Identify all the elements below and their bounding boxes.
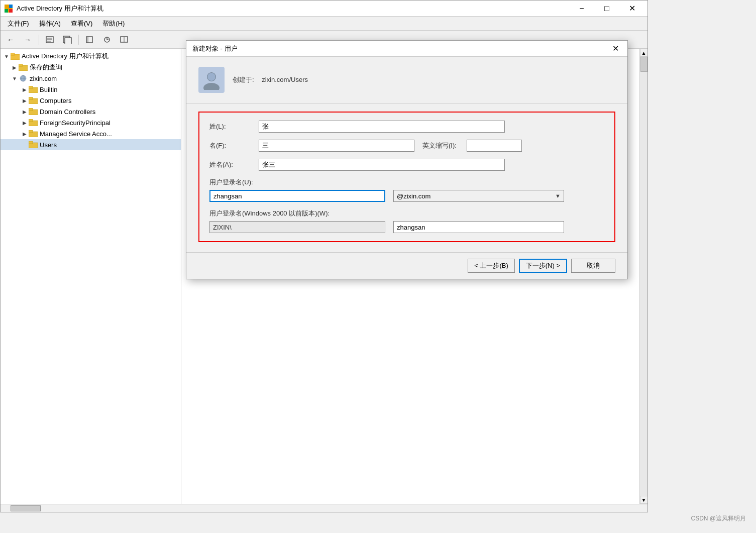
initials-label: 英文缩写(I):: [422, 141, 463, 150]
cancel-button[interactable]: 取消: [571, 259, 615, 273]
tree-item-dc[interactable]: ▶ Domain Controllers: [1, 106, 181, 117]
last-name-input[interactable]: [259, 121, 505, 133]
tree-item-msa[interactable]: ▶ Managed Service Acco...: [1, 128, 181, 139]
scroll-thumb[interactable]: [640, 57, 647, 72]
svg-rect-2: [5, 9, 8, 13]
toolbar-btn-3[interactable]: [82, 33, 98, 47]
close-button[interactable]: ✕: [620, 2, 643, 16]
expand-builtin[interactable]: ▶: [21, 85, 29, 93]
forward-button[interactable]: →: [20, 33, 36, 47]
title-bar-left: Active Directory 用户和计算机: [5, 4, 103, 13]
back-button[interactable]: < 上一步(B): [468, 259, 515, 273]
dialog-close-button[interactable]: ✕: [609, 43, 621, 55]
dc-icon: [29, 108, 38, 116]
minimize-button[interactable]: −: [570, 2, 593, 16]
svg-rect-30: [29, 119, 33, 122]
svg-rect-18: [19, 64, 23, 66]
svg-rect-9: [65, 38, 71, 44]
login-label: 用户登录名(U):: [209, 178, 604, 187]
svg-rect-16: [11, 53, 15, 55]
title-bar: Active Directory 用户和计算机 − □ ✕: [1, 1, 647, 17]
root-label: Active Directory 用户和计算机: [22, 52, 109, 61]
menu-action[interactable]: 操作(A): [34, 17, 66, 30]
msa-label: Managed Service Acco...: [40, 130, 112, 138]
maximize-button[interactable]: □: [595, 2, 618, 16]
new-user-dialog: 新建对象 - 用户 ✕ 创建于: zixin.com/Users: [186, 40, 628, 279]
created-at-row: 创建于: zixin.com/Users: [233, 75, 308, 84]
expand-saved[interactable]: ▶: [11, 63, 19, 71]
toolbar-btn-5[interactable]: [116, 33, 132, 47]
dialog-title: 新建对象 - 用户: [192, 44, 238, 53]
menu-file[interactable]: 文件(F): [3, 17, 34, 30]
last-name-label: 姓(L):: [209, 122, 255, 131]
svg-point-37: [207, 73, 215, 81]
h-scroll-thumb[interactable]: [11, 505, 41, 511]
win2000-suffix-input[interactable]: [393, 221, 564, 233]
toolbar-sep-2: [78, 35, 79, 45]
toolbar-btn-4[interactable]: [99, 33, 115, 47]
scroll-up-arrow[interactable]: ▲: [640, 49, 648, 57]
expand-msa[interactable]: ▶: [21, 130, 29, 138]
dialog-body: 创建于: zixin.com/Users 姓(L): 名(F): 英文缩写(I)…: [186, 57, 627, 252]
dropdown-arrow-icon: ▼: [555, 193, 561, 199]
full-name-row: 姓名(A):: [209, 159, 604, 171]
win2000-prefix-input[interactable]: [209, 221, 385, 233]
first-name-label: 名(F):: [209, 141, 255, 150]
form-area: 姓(L): 名(F): 英文缩写(I): 姓名(A): 用户登录名(U):: [198, 112, 615, 242]
svg-rect-34: [29, 141, 33, 144]
login-section: 用户登录名(U): @zixin.com ▼: [209, 178, 604, 202]
expand-fsp[interactable]: ▶: [21, 119, 29, 127]
svg-rect-1: [9, 5, 13, 8]
tree-item-domain[interactable]: ▼ zixin.com: [1, 73, 181, 84]
svg-rect-28: [29, 108, 33, 111]
domain-dropdown[interactable]: @zixin.com ▼: [393, 190, 564, 202]
next-button[interactable]: 下一步(N) >: [519, 259, 567, 273]
root-icon: [11, 52, 20, 60]
svg-rect-10: [86, 37, 92, 43]
svg-rect-0: [5, 5, 8, 8]
win2000-section: 用户登录名(Windows 2000 以前版本)(W):: [209, 209, 604, 233]
horizontal-scrollbar[interactable]: [1, 504, 647, 512]
toolbar-sep-1: [39, 35, 39, 45]
menu-view[interactable]: 查看(V): [66, 17, 97, 30]
builtin-label: Builtin: [40, 86, 57, 93]
win2000-row: [209, 221, 604, 233]
scroll-track: [640, 57, 647, 496]
toolbar-btn-2[interactable]: [59, 33, 75, 47]
expand-dc[interactable]: ▶: [21, 108, 29, 116]
back-button[interactable]: ←: [3, 33, 19, 47]
users-icon: [29, 141, 38, 149]
vertical-scrollbar[interactable]: ▲ ▼: [639, 49, 647, 504]
dialog-footer: < 上一步(B) 下一步(N) > 取消: [186, 252, 627, 279]
svg-rect-26: [29, 97, 33, 99]
expand-computers[interactable]: ▶: [21, 96, 29, 104]
dialog-header: 创建于: zixin.com/Users: [198, 67, 615, 93]
tree-item-saved-queries[interactable]: ▶ 保存的查询: [1, 62, 181, 73]
last-name-row: 姓(L):: [209, 121, 604, 133]
dc-label: Domain Controllers: [40, 108, 95, 116]
initials-input[interactable]: [467, 140, 522, 152]
expand-domain[interactable]: ▼: [11, 74, 19, 82]
tree-item-computers[interactable]: ▶ Computers: [1, 95, 181, 106]
tree-item-builtin[interactable]: ▶ Builtin: [1, 84, 181, 95]
created-at-value: zixin.com/Users: [262, 76, 308, 83]
first-name-row: 名(F): 英文缩写(I):: [209, 140, 604, 152]
tree-item-fsp[interactable]: ▶ ForeignSecurityPrincipal: [1, 117, 181, 128]
title-controls: − □ ✕: [570, 2, 643, 16]
users-label: Users: [40, 141, 57, 149]
domain-icon: [19, 74, 28, 82]
saved-queries-icon: [19, 63, 28, 71]
tree-item-users[interactable]: ▶ Users: [1, 139, 181, 150]
toolbar-btn-1[interactable]: [42, 33, 58, 47]
login-input[interactable]: [209, 190, 385, 202]
win2000-label: 用户登录名(Windows 2000 以前版本)(W):: [209, 209, 604, 218]
expand-root[interactable]: ▼: [3, 52, 11, 60]
menu-help[interactable]: 帮助(H): [97, 17, 130, 30]
scroll-down-arrow[interactable]: ▼: [640, 496, 648, 504]
full-name-input[interactable]: [259, 159, 505, 171]
builtin-icon: [29, 85, 38, 93]
first-name-input[interactable]: [259, 140, 414, 152]
user-avatar: [198, 67, 225, 93]
created-at-label: 创建于:: [233, 76, 254, 83]
tree-item-root[interactable]: ▼ Active Directory 用户和计算机: [1, 51, 181, 62]
